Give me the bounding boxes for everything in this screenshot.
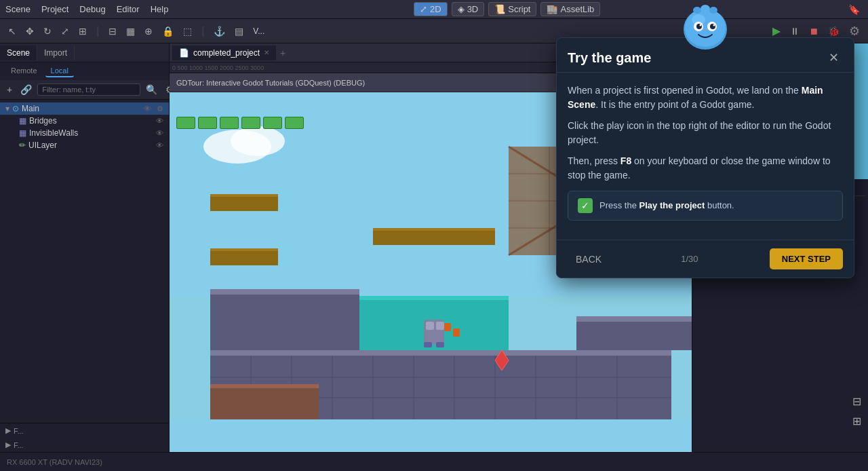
anchor-tool[interactable]: ⚓ (211, 24, 228, 38)
mode-3d-button[interactable]: ◈ 3D (452, 2, 485, 16)
svg-rect-47 (453, 328, 460, 337)
tree-item-label: InvisibleWalls (29, 128, 78, 138)
tree-item-uilayer[interactable]: ✏ UILayer 👁 (0, 139, 169, 151)
visibility-icon[interactable]: 👁 (144, 105, 151, 113)
filesystem2-label: F... (14, 441, 24, 449)
svg-rect-34 (373, 228, 495, 231)
menu-project[interactable]: Project (41, 4, 68, 14)
mode-script-button[interactable]: 📜 Script (488, 2, 536, 16)
health-cell-2 (198, 117, 217, 129)
back-button[interactable]: BACK (568, 250, 610, 269)
check-bold: Play the project (639, 200, 705, 210)
layout-tool[interactable]: ▤ (232, 24, 246, 38)
ruler-marks: 0 500 1000 1500 2000 2500 3000 (172, 64, 264, 71)
svg-point-8 (231, 126, 285, 156)
mode-assetlib-button[interactable]: 🏬 AssetLib (540, 2, 600, 16)
scale-tool[interactable]: ⤢ (58, 24, 72, 38)
visibility-icon[interactable]: 👁 (156, 117, 163, 125)
scene-panel: Scene Import Remote Local + 🔗 🔍 ⚙ ⋮ ▾ ⊙ … (0, 43, 170, 452)
filesystem2-toggle[interactable]: ▶ F... (0, 438, 169, 452)
check-pre: Press the (599, 200, 639, 210)
svg-point-68 (685, 9, 726, 47)
move-tool[interactable]: ✥ (23, 24, 37, 38)
viewport-tab-main[interactable]: 📄 completed_project ✕ (172, 45, 276, 60)
health-cell-5 (263, 117, 282, 129)
svg-point-76 (693, 7, 701, 14)
svg-rect-44 (424, 342, 432, 347)
health-cell-3 (220, 117, 239, 129)
health-bar (176, 117, 304, 129)
svg-rect-46 (444, 323, 451, 331)
mode-2d-button[interactable]: ⤢ 2D (414, 2, 448, 16)
select-tool[interactable]: ↖ (5, 24, 19, 38)
add-tab-button[interactable]: + (276, 48, 290, 58)
tutorial-body: When a project is first opened in Godot,… (557, 73, 854, 240)
page-indicator: 1/30 (681, 254, 698, 264)
visibility-icon[interactable]: 👁 (156, 129, 163, 137)
separator-2: | (199, 25, 207, 37)
expand-icon[interactable]: ⊞ (850, 413, 864, 429)
tab-scene[interactable]: Scene (0, 45, 37, 60)
scene-tree: ▾ ⊙ Main 👁 ⚙ ▦ Bridges 👁 ▦ InvisibleWall… (0, 100, 169, 154)
transform-tool[interactable]: ⊞ (76, 24, 90, 38)
tab-label: completed_project (193, 48, 260, 58)
link-button[interactable]: 🔗 (18, 83, 35, 96)
svg-rect-32 (210, 248, 278, 251)
visibility-icon[interactable]: 👁 (156, 141, 163, 149)
debug-button[interactable]: 🐞 (825, 24, 842, 38)
expand-icon: ▾ (5, 104, 9, 113)
tab-local[interactable]: Local (45, 65, 74, 77)
2d-icon: ⤢ (420, 4, 427, 14)
filesystem-toggle[interactable]: ▶ F... (0, 423, 169, 438)
tutorial-paragraph-2: Click the play icon in the top right of … (568, 119, 843, 147)
menu-help[interactable]: Help (151, 4, 169, 14)
pause-button[interactable]: ⏸ (787, 24, 802, 38)
tab-import[interactable]: Import (37, 45, 75, 60)
tree-item-label: UILayer (28, 140, 57, 150)
tree-item-bridges[interactable]: ▦ Bridges 👁 (0, 115, 169, 127)
close-tab-button[interactable]: ✕ (264, 49, 269, 56)
menu-editor[interactable]: Editor (117, 4, 140, 14)
menu-scene[interactable]: Scene (5, 4, 31, 14)
chevron-right-icon-2: ▶ (5, 440, 11, 449)
layout-icon[interactable]: ⊟ (850, 394, 864, 409)
lock-icon[interactable]: ⚙ (157, 105, 163, 113)
3d-icon: ◈ (458, 4, 465, 14)
body-text-3: Then, press (568, 155, 620, 166)
tilemap-icon: ▦ (19, 116, 26, 126)
svg-point-75 (713, 24, 715, 26)
separator-1: | (94, 25, 102, 37)
mascot-svg (678, 1, 732, 55)
tree-item-invisiblewalls[interactable]: ▦ InvisibleWalls 👁 (0, 127, 169, 139)
tab-remote[interactable]: Remote (5, 65, 43, 77)
next-step-button[interactable]: NEXT STEP (770, 248, 843, 269)
rotate-tool[interactable]: ↻ (41, 24, 54, 38)
svg-rect-45 (436, 342, 444, 347)
add-node-button[interactable]: + (4, 83, 15, 96)
group-tool[interactable]: ⬚ (180, 24, 195, 38)
tree-item-label: Bridges (29, 116, 57, 126)
tilemap-icon-2: ▦ (19, 128, 26, 138)
camera-tool[interactable]: ⊕ (142, 24, 155, 38)
svg-rect-26 (359, 296, 509, 300)
scene-file-icon: 📄 (179, 48, 189, 58)
tree-item-main[interactable]: ▾ ⊙ Main 👁 ⚙ (0, 102, 169, 115)
svg-rect-43 (436, 322, 444, 330)
svg-rect-42 (426, 322, 434, 330)
menu-bar: Scene Project Debug Editor Help ⤢ 2D ◈ 3… (0, 0, 868, 19)
tutorial-close-button[interactable]: ✕ (825, 49, 843, 67)
lock-tool[interactable]: 🔒 (159, 24, 176, 38)
grid-tool[interactable]: ▦ (123, 24, 138, 38)
svg-point-78 (709, 7, 717, 14)
svg-point-77 (701, 5, 710, 13)
stop-button[interactable]: ⏹ (806, 24, 821, 38)
menu-debug[interactable]: Debug (79, 4, 105, 14)
play-scene-button[interactable]: ▶ (770, 23, 783, 39)
script-icon: 📜 (494, 4, 505, 14)
filter-input[interactable] (37, 83, 140, 96)
filter-search-icon[interactable]: 🔍 (143, 83, 160, 96)
snap-tool[interactable]: ⊟ (106, 24, 119, 38)
check-post: button. (705, 200, 734, 210)
body-text-1-end: . It is the entry point of a Godot game. (595, 99, 754, 110)
bookmark-icon[interactable]: 🔖 (846, 3, 863, 16)
